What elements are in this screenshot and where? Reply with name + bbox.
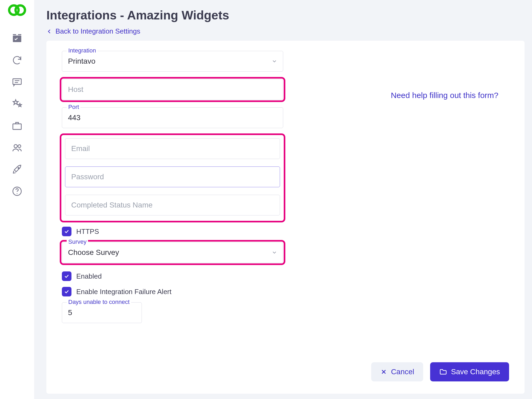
check-icon — [64, 273, 70, 279]
days-unable-input[interactable] — [68, 308, 136, 317]
completed-status-field[interactable] — [65, 195, 280, 215]
star-icon[interactable] — [11, 97, 23, 110]
svg-point-11 — [14, 145, 17, 148]
form-card: Integration Printavo Port — [46, 41, 525, 394]
dashboard-icon[interactable] — [11, 32, 23, 45]
survey-select[interactable]: Survey Choose Survey — [62, 242, 283, 263]
days-unable-label: Days unable to connect — [67, 299, 131, 306]
svg-point-12 — [18, 145, 21, 148]
sync-icon[interactable] — [11, 54, 23, 67]
email-field[interactable] — [65, 138, 280, 159]
chat-icon[interactable] — [11, 76, 23, 88]
sidebar — [0, 0, 34, 399]
main-content: Integrations - Amazing Widgets Back to I… — [34, 0, 532, 399]
https-label: HTTPS — [76, 227, 99, 236]
https-checkbox-row: HTTPS — [62, 227, 283, 236]
password-field[interactable] — [65, 166, 280, 187]
completed-status-input[interactable] — [71, 201, 274, 209]
help-link[interactable]: Need help filling out this form? — [391, 91, 498, 100]
chevron-down-icon — [271, 250, 277, 255]
svg-point-1 — [15, 5, 25, 15]
save-button[interactable]: Save Changes — [430, 362, 509, 381]
cancel-button[interactable]: Cancel — [371, 362, 423, 381]
days-unable-field[interactable]: Days unable to connect — [62, 302, 142, 323]
action-buttons: Cancel Save Changes — [371, 362, 509, 381]
host-input[interactable] — [68, 85, 277, 94]
check-icon — [64, 229, 70, 234]
password-input[interactable] — [71, 173, 274, 181]
save-button-label: Save Changes — [451, 368, 500, 376]
svg-rect-5 — [13, 79, 21, 84]
cancel-button-label: Cancel — [391, 368, 414, 376]
integration-value: Printavo — [68, 57, 95, 66]
briefcase-icon[interactable] — [11, 119, 23, 132]
failure-alert-checkbox-row: Enable Integration Failure Alert — [62, 287, 283, 296]
https-checkbox[interactable] — [62, 227, 71, 236]
back-link[interactable]: Back to Integration Settings — [46, 27, 525, 35]
host-field[interactable] — [62, 79, 283, 100]
help-icon[interactable] — [11, 185, 23, 198]
survey-label: Survey — [67, 238, 88, 245]
enabled-checkbox-row: Enabled — [62, 271, 283, 281]
users-icon[interactable] — [11, 141, 23, 154]
failure-alert-checkbox[interactable] — [62, 287, 71, 296]
svg-marker-8 — [13, 100, 18, 104]
port-input[interactable] — [68, 113, 277, 122]
close-icon — [380, 368, 387, 375]
page-title: Integrations - Amazing Widgets — [46, 8, 525, 22]
svg-rect-4 — [18, 34, 21, 35]
app-logo — [6, 2, 28, 18]
check-icon — [64, 289, 70, 295]
credentials-group — [62, 136, 283, 220]
survey-value: Choose Survey — [68, 248, 119, 257]
folder-icon — [439, 368, 447, 376]
svg-rect-3 — [13, 34, 16, 35]
rocket-icon[interactable] — [11, 163, 23, 176]
chevron-down-icon — [271, 58, 277, 64]
back-link-label: Back to Integration Settings — [55, 27, 140, 35]
svg-marker-9 — [18, 103, 21, 107]
svg-rect-10 — [13, 124, 21, 129]
port-field[interactable]: Port — [62, 107, 283, 128]
svg-point-13 — [18, 168, 19, 169]
enabled-checkbox[interactable] — [62, 271, 71, 281]
port-label: Port — [67, 104, 81, 111]
enabled-label: Enabled — [76, 272, 102, 280]
integration-select[interactable]: Integration Printavo — [62, 51, 283, 72]
failure-alert-label: Enable Integration Failure Alert — [76, 288, 171, 296]
chevron-left-icon — [46, 28, 52, 34]
integration-label: Integration — [67, 47, 98, 54]
email-input[interactable] — [71, 144, 274, 153]
svg-point-15 — [17, 193, 18, 194]
